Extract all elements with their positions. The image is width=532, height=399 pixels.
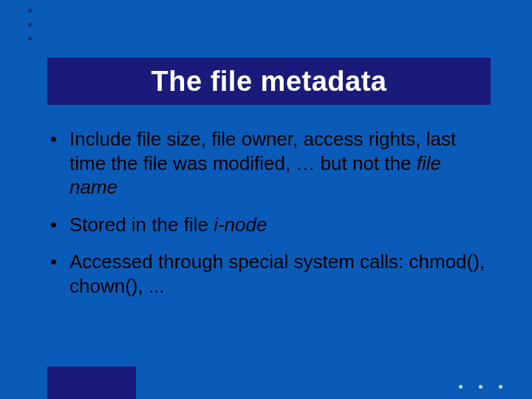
bullet-text: Stored in the file i-node	[69, 213, 494, 237]
dot	[479, 385, 482, 389]
list-item: • Accessed through special system calls:…	[50, 250, 494, 298]
bullet-marker: •	[50, 250, 69, 298]
decorative-block-bottom-left	[47, 366, 136, 399]
text-emphasis: i-node	[214, 214, 267, 236]
list-item: • Include file size, file owner, access …	[50, 127, 494, 200]
bullet-marker: •	[50, 127, 69, 200]
text-run: Include file size, file owner, access ri…	[69, 128, 456, 174]
slide-title: The file metadata	[151, 66, 387, 98]
bullet-text: Include file size, file owner, access ri…	[69, 127, 494, 200]
dot	[28, 23, 32, 27]
text-run: Accessed through special system calls: c…	[69, 250, 485, 297]
dot	[28, 37, 32, 41]
bullet-marker: •	[50, 213, 69, 237]
dot	[28, 9, 32, 13]
title-bar: The file metadata	[47, 58, 491, 105]
text-run: Stored in the file	[69, 214, 214, 236]
decorative-dots-top-left	[28, 9, 32, 41]
dot	[499, 385, 502, 389]
dot	[459, 385, 463, 389]
slide-content: • Include file size, file owner, access …	[50, 127, 494, 311]
bullet-text: Accessed through special system calls: c…	[69, 250, 494, 298]
list-item: • Stored in the file i-node	[50, 213, 494, 237]
decorative-dots-bottom-right	[459, 385, 502, 389]
